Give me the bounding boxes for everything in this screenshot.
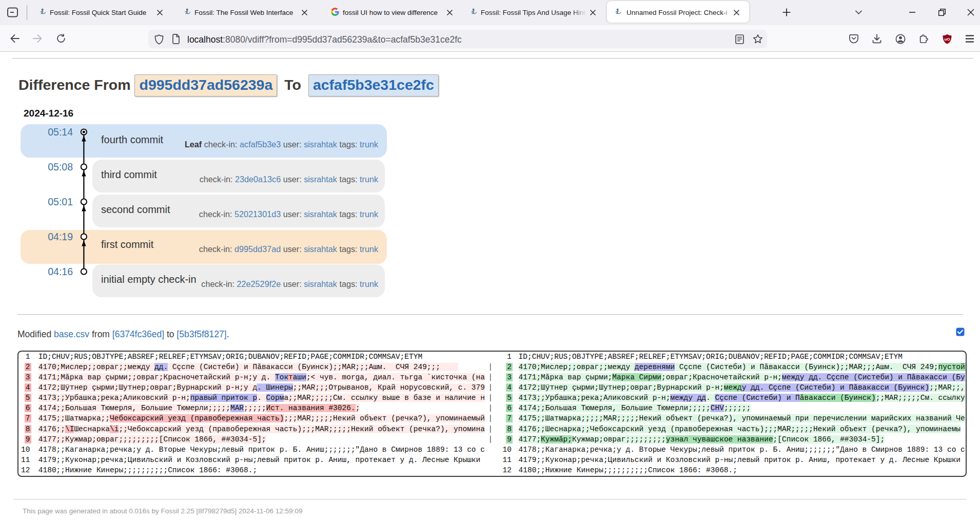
svg-text:uO: uO	[944, 37, 950, 42]
